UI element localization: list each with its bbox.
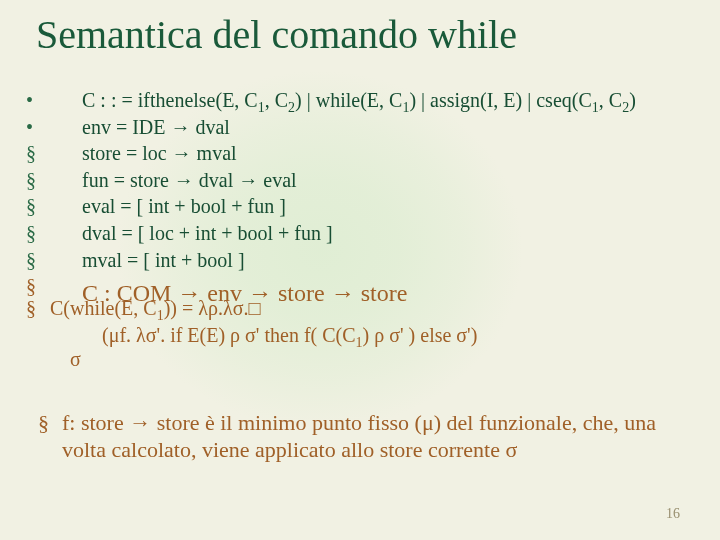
sem-line-head: C(while(E, C1)) = λρ.λσ.□: [50, 296, 261, 320]
note-text: f: store → store è il minimo punto fisso…: [62, 410, 696, 464]
bullet-dot-icon: •: [24, 115, 82, 141]
def-line-dval: dval = [ loc + int + bool + fun ]: [82, 221, 333, 247]
bullet-dot-icon: •: [24, 88, 82, 114]
bullet-section-icon: §: [24, 141, 82, 167]
slide: Semantica del comando while • C : : = if…: [0, 0, 720, 540]
semantics-block: § C(while(E, C1)) = λρ.λσ.□ (μf. λσ'. if…: [24, 296, 696, 371]
definitions-block: • C : : = ifthenelse(E, C1, C2) | while(…: [24, 88, 696, 310]
def-line-fun: fun = store → dval → eval: [82, 168, 297, 194]
def-line-eval: eval = [ int + bool + fun ]: [82, 194, 286, 220]
note-row: § f: store → store è il minimo punto fis…: [24, 410, 696, 464]
slide-number: 16: [666, 506, 680, 522]
note-block: § f: store → store è il minimo punto fis…: [24, 410, 696, 464]
def-line-grammar: C : : = ifthenelse(E, C1, C2) | while(E,…: [82, 88, 636, 114]
sem-row: § C(while(E, C1)) = λρ.λσ.□: [24, 296, 696, 322]
sem-line-body: (μf. λσ'. if E(E) ρ σ' then f( C(C1) ρ σ…: [24, 323, 696, 347]
def-row: § eval = [ int + bool + fun ]: [24, 194, 696, 220]
def-line-mval: mval = [ int + bool ]: [82, 248, 245, 274]
slide-title: Semantica del comando while: [36, 14, 684, 56]
bullet-section-icon: §: [24, 168, 82, 194]
bullet-section-icon: §: [24, 194, 82, 220]
sem-line-sigma: σ: [24, 347, 696, 371]
def-row: • env = IDE → dval: [24, 115, 696, 141]
bullet-section-icon: §: [24, 248, 82, 274]
def-row: § mval = [ int + bool ]: [24, 248, 696, 274]
def-row: § dval = [ loc + int + bool + fun ]: [24, 221, 696, 247]
def-row: • C : : = ifthenelse(E, C1, C2) | while(…: [24, 88, 696, 114]
def-row: § fun = store → dval → eval: [24, 168, 696, 194]
def-row: § store = loc → mval: [24, 141, 696, 167]
def-line-store: store = loc → mval: [82, 141, 237, 167]
bullet-section-icon: §: [24, 221, 82, 247]
bullet-section-icon: §: [24, 410, 62, 437]
def-line-env: env = IDE → dval: [82, 115, 230, 141]
bullet-section-icon: §: [24, 296, 50, 322]
